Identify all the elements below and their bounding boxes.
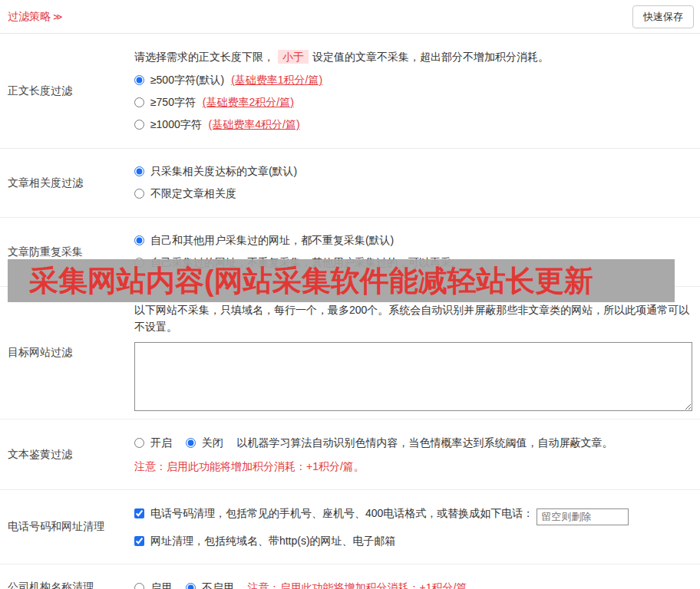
section-porn-filter: 文本鉴黄过滤 开启 关闭 以机器学习算法自动识别色情内容，当色情概率达到系统阈值… [0,420,700,490]
blocked-sites-textarea[interactable] [134,342,692,411]
radio-1000[interactable] [134,120,144,130]
porn-filter-label: 文本鉴黄过滤 [0,427,134,482]
checkbox-option-url-clean[interactable]: 网址清理，包括纯域名、带http(s)的网址、电子邮箱 [134,535,396,547]
fee-note: (基础费率2积分/篇) [203,96,294,108]
watermark-banner: 采集网站内容(网站采集软件能减轻站长更新 [8,259,675,302]
page-title-text: 过滤策略 [8,10,51,22]
radio-porn-off[interactable] [186,438,196,448]
page-title[interactable]: 过滤策略≫ [8,10,63,24]
fee-note: (基础费率4积分/篇) [209,118,300,130]
radio-porn-on[interactable] [134,438,144,448]
porn-filter-desc: 以机器学习算法自动识别色情内容，当色情概率达到系统阈值，自动屏蔽文章。 [237,436,613,449]
radio-option-500[interactable]: ≥500字符(默认) (基础费率1积分/篇) [134,74,692,87]
radio-relevance-any[interactable] [134,189,144,199]
body-length-label: 正文长度过滤 [0,41,134,140]
section-company-clean: 公司机构名称清理 启用 不启用 注意：启用此功能将增加积分消耗：+1积分/篇。 [0,564,700,589]
checkbox-url-clean[interactable] [134,536,144,546]
company-clean-label: 公司机构名称清理 [0,572,134,589]
double-chevron-icon: ≫ [53,12,63,22]
radio-option-750[interactable]: ≥750字符 (基础费率2积分/篇) [134,96,692,110]
replacement-phone-input[interactable] [537,508,629,525]
section-relevance-filter: 文章相关度过滤 只采集相关度达标的文章(默认) 不限定文章相关度 [0,149,700,218]
checkbox-option-phone-clean[interactable]: 电话号码清理，包括常见的手机号、座机号、400电话格式，或替换成如下电话： [134,507,537,519]
radio-company-on[interactable] [134,583,144,589]
fee-note: (基础费率1积分/篇) [231,74,322,86]
radio-option-relevance-any[interactable]: 不限定文章相关度 [134,187,692,201]
radio-option-1000[interactable]: ≥1000字符 (基础费率4积分/篇) [134,118,692,132]
quick-save-button[interactable]: 快速保存 [632,5,694,28]
section-phone-url-clean: 电话号码和网址清理 电话号码清理，包括常见的手机号、座机号、400电话格式，或替… [0,490,700,564]
filter-strategy-page: 过滤策略≫ 快速保存 正文长度过滤 请选择需求的正文长度下限，小于设定值的文章不… [0,0,700,589]
top-bar: 过滤策略≫ 快速保存 [0,0,700,34]
radio-option-relevance-strict[interactable]: 只采集相关度达标的文章(默认) [134,165,692,179]
radio-company-off[interactable] [186,583,196,589]
radio-option-porn-on[interactable]: 开启 [134,436,175,449]
radio-option-company-off[interactable]: 不启用 [186,581,237,589]
radio-500[interactable] [134,75,144,85]
relevance-label: 文章相关度过滤 [0,156,134,209]
target-site-label: 目标网站过滤 [0,294,134,411]
radio-option-dedupe-all[interactable]: 自己和其他用户采集过的网址，都不重复采集(默认) [134,234,692,248]
body-length-intro: 请选择需求的正文长度下限，小于设定值的文章不采集，超出部分不增加积分消耗。 [134,48,692,65]
target-site-desc: 以下网站不采集，只填域名，每行一个，最多200个。系统会自动识别并屏蔽那些非文章… [134,301,692,335]
radio-option-porn-off[interactable]: 关闭 [186,436,226,449]
highlight-term: 小于 [278,50,309,64]
section-body-length-filter: 正文长度过滤 请选择需求的正文长度下限，小于设定值的文章不采集，超出部分不增加积… [0,34,700,149]
radio-750[interactable] [134,97,144,107]
radio-option-company-on[interactable]: 启用 [134,581,175,589]
section-target-site-filter: 目标网站过滤 以下网站不采集，只填域名，每行一个，最多200个。系统会自动识别并… [0,287,700,420]
phone-url-label: 电话号码和网址清理 [0,498,134,556]
company-clean-note: 注意：启用此功能将增加积分消耗：+1积分/篇。 [248,581,478,589]
porn-filter-note: 注意：启用此功能将增加积分消耗：+1积分/篇。 [134,458,692,475]
checkbox-phone-clean[interactable] [134,508,144,518]
radio-dedupe-all[interactable] [134,235,144,245]
radio-relevance-strict[interactable] [134,166,144,176]
